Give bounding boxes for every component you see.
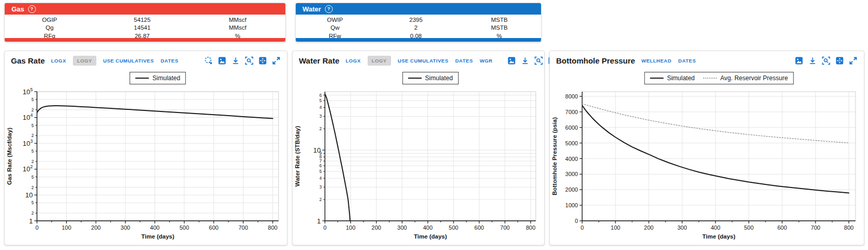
download-icon[interactable] [231, 56, 240, 65]
gas-summary-header: Gas ? [5, 3, 285, 15]
svg-text:800: 800 [268, 224, 278, 231]
gas-summary-footer-bar [5, 38, 285, 42]
gridlines [582, 92, 856, 221]
export-image-icon[interactable] [795, 56, 803, 65]
toggle-use-cumulatives[interactable]: USE CUMULATIVES [398, 58, 449, 64]
svg-text:5: 5 [31, 123, 34, 128]
chart-iconbar [204, 56, 281, 65]
legend-item[interactable]: Simulated [135, 74, 180, 82]
pan-arrows-icon[interactable] [258, 56, 267, 65]
svg-text:5: 5 [31, 174, 34, 180]
svg-text:7000: 7000 [565, 109, 578, 115]
legend-item[interactable]: Simulated [650, 74, 695, 82]
svg-text:300: 300 [677, 224, 687, 231]
zoom-region-icon[interactable] [534, 56, 543, 65]
y-axis-label: Water Rate (STB/day) [294, 126, 300, 187]
svg-text:5: 5 [31, 97, 34, 102]
help-icon[interactable]: ? [325, 5, 333, 13]
chart-iconbar [795, 56, 858, 65]
zoom-region-icon[interactable] [822, 56, 831, 65]
svg-text:5: 5 [31, 200, 34, 205]
series-simulated [325, 94, 350, 221]
toggle-logy[interactable]: LOGY [368, 56, 391, 66]
axis-ticks [322, 95, 531, 224]
axis-ticks [580, 96, 849, 223]
toggle-wgr[interactable]: WGR [480, 58, 493, 64]
toggle-logx[interactable]: LOGX [346, 58, 361, 64]
toggle-logy[interactable]: LOGY [73, 56, 96, 66]
svg-text:600: 600 [777, 224, 787, 231]
svg-text:100: 100 [611, 224, 620, 231]
chart-canvas[interactable]: 0100200300400500600700800125102510225103… [5, 70, 287, 246]
svg-text:4: 4 [319, 105, 322, 110]
legend-label: Simulated [153, 74, 180, 82]
water-rate-toolbar: Water Rate LOGXLOGYUSE CUMULATIVESDATESW… [293, 51, 544, 70]
toggle-dates[interactable]: DATES [160, 58, 178, 64]
svg-text:400: 400 [711, 224, 720, 231]
zoom-region-icon[interactable] [245, 56, 254, 65]
chart-title: Gas Rate [11, 56, 45, 65]
svg-text:200: 200 [372, 224, 381, 231]
summary-unit: MSTB [458, 24, 541, 31]
fullscreen-icon[interactable] [849, 56, 858, 65]
gas-summary-body: OGIP54125MMscfQg14541MMscfRFg26.87% [5, 15, 285, 40]
svg-text:2: 2 [31, 185, 34, 190]
toggle-use-cumulatives[interactable]: USE CUMULATIVES [103, 58, 154, 64]
legend-item[interactable]: Simulated [408, 74, 452, 82]
svg-text:5: 5 [31, 148, 34, 154]
bottomhole-pressure-chart-area: SimulatedAvg. Reservoir Pressure 0100200… [550, 70, 864, 246]
svg-text:300: 300 [121, 224, 130, 231]
svg-text:6000: 6000 [565, 124, 578, 131]
svg-text:1: 1 [29, 217, 33, 225]
summary-unit: MMscf [190, 24, 285, 31]
series-lines [325, 94, 350, 221]
pan-arrows-icon[interactable] [835, 56, 844, 65]
gas-rate-panel: Gas Rate LOGXLOGYUSE CUMULATIVESDATES Si… [4, 51, 287, 245]
summary-row: Qw2MSTB [296, 24, 541, 32]
gas-rate-chart-area: Simulated 010020030040050060070080012510… [5, 70, 287, 246]
lasso-select-icon[interactable] [204, 56, 213, 65]
svg-text:500: 500 [744, 224, 753, 231]
toggle-dates[interactable]: DATES [678, 58, 696, 64]
svg-text:2: 2 [31, 133, 34, 138]
svg-text:2: 2 [319, 126, 322, 131]
toggle-wellhead[interactable]: WELLHEAD [641, 58, 672, 64]
svg-text:700: 700 [811, 224, 820, 231]
export-image-icon[interactable] [218, 56, 227, 65]
summary-label: Qg [5, 24, 94, 31]
chart-canvas[interactable]: 0100200300400500600700800010002000300040… [550, 70, 864, 246]
legend-line-sample [650, 78, 663, 79]
fullscreen-icon[interactable] [272, 56, 281, 65]
download-icon[interactable] [808, 56, 817, 65]
x-axis-label: Time (days) [702, 233, 736, 240]
export-image-icon[interactable] [507, 56, 516, 65]
chart-title: Water Rate [299, 56, 339, 65]
svg-text:100: 100 [61, 224, 71, 231]
tick-labels: 0100200300400500600700800123456789102345… [313, 93, 536, 231]
legend-label: Simulated [667, 74, 695, 82]
svg-text:700: 700 [238, 224, 248, 231]
toggle-dates[interactable]: DATES [455, 58, 473, 64]
svg-text:105: 105 [23, 87, 33, 96]
x-axis-label: Time (days) [141, 233, 174, 240]
svg-text:10: 10 [26, 191, 33, 199]
plot-border [325, 92, 536, 221]
svg-text:700: 700 [500, 224, 510, 231]
svg-text:3: 3 [319, 114, 322, 119]
water-summary-header: Water ? [296, 3, 541, 15]
svg-text:5000: 5000 [565, 140, 578, 146]
toggle-logx[interactable]: LOGX [51, 58, 66, 64]
svg-text:8000: 8000 [565, 93, 578, 99]
svg-text:3: 3 [319, 184, 322, 190]
water-rate-chart-area: Simulated 010020030040050060070080012345… [293, 70, 544, 246]
help-icon[interactable]: ? [28, 5, 36, 13]
y-axis-label: Gas Rate (Mscf/day) [6, 128, 12, 185]
legend-item[interactable]: Avg. Reservoir Pressure [703, 74, 788, 82]
gas-summary-title: Gas [11, 5, 24, 13]
toggle-group: LOGXLOGYUSE CUMULATIVESDATES [51, 56, 178, 66]
svg-text:2: 2 [31, 107, 34, 113]
svg-text:102: 102 [23, 164, 33, 173]
download-icon[interactable] [521, 56, 530, 65]
chart-canvas[interactable]: 0100200300400500600700800123456789102345… [293, 70, 544, 246]
summary-row: OGIP54125MMscf [5, 16, 285, 24]
